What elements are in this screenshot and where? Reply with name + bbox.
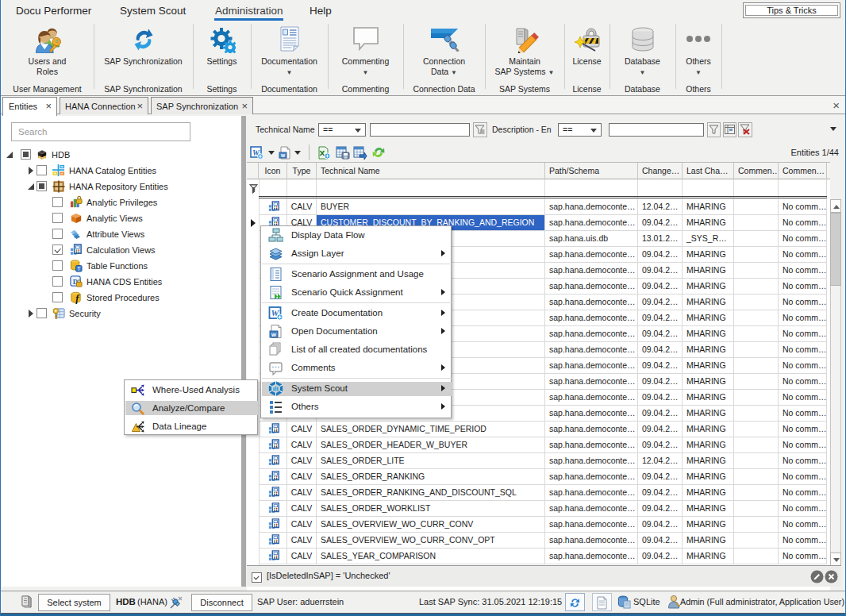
svg-text:w: w [280, 152, 286, 158]
svg-text:w: w [271, 330, 276, 337]
svg-text:T: T [77, 266, 81, 271]
